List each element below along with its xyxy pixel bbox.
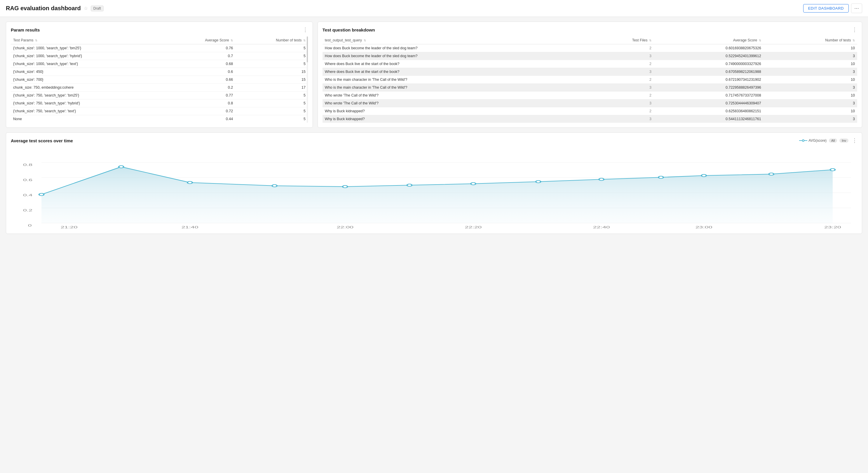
breakdown-cell-avg: 0.6016938820675326 [654, 44, 764, 52]
param-cell-params: {'chunk_size': 750, 'search_type': 'text… [11, 107, 166, 115]
chart-area: 0 0.2 0.4 0.6 0.8 21:20 21:40 22:00 22:2… [11, 147, 857, 229]
y-label-02: 0.2 [23, 208, 32, 212]
param-cell-avg: 0.72 [166, 107, 236, 115]
param-results-table: Test Params ⇅ Average Score ⇅ Number of … [11, 36, 308, 123]
top-row: Param results ⋮ Test Params ⇅ Average Sc… [6, 22, 862, 128]
param-row-8: {'chunk_size': 750, 'search_type': 'text… [11, 107, 308, 115]
breakdown-cell-num: 10 [764, 107, 857, 115]
page-title: RAG evaluation dashboard [6, 5, 81, 12]
param-table-scrollbar[interactable] [307, 36, 308, 123]
param-cell-avg: 0.66 [166, 76, 236, 84]
test-breakdown-table: test_output_test_query ⇅ Test Files ⇅ Av… [322, 36, 857, 123]
param-row-6: {'chunk_size': 750, 'search_type': 'bm25… [11, 92, 308, 99]
breakdown-cell-query: Why is Buck kidnapped? [322, 115, 588, 123]
breakdown-cell-avg: 0.7490000003327926 [654, 60, 764, 68]
legend-avg-label: AVG(score) [808, 138, 827, 143]
test-question-breakdown-panel: Test question breakdown ⋮ test_output_te… [317, 22, 862, 128]
chart-point-0 [39, 193, 44, 196]
legend-avg-score: AVG(score) [799, 138, 827, 143]
breakdown-cell-num: 10 [764, 92, 857, 99]
param-results-menu-icon[interactable]: ⋮ [303, 27, 308, 33]
param-cell-params: {'chunk_size': 1000, 'search_type': 'bm2… [11, 44, 166, 52]
breakdown-cell-avg: 0.7253044446309407 [654, 99, 764, 107]
param-cell-params: {'chunk_size': 750, 'search_type': 'bm25… [11, 92, 166, 99]
param-cell-params: {'chunk_size': 450} [11, 68, 166, 76]
edit-dashboard-button[interactable]: EDIT DASHBOARD [803, 4, 849, 12]
col-test-files: Test Files ⇅ [588, 36, 654, 44]
breakdown-cell-avg: 0.6258336480862151 [654, 107, 764, 115]
chart-point-4 [343, 185, 348, 188]
breakdown-cell-files: 3 [588, 52, 654, 60]
param-row-0: {'chunk_size': 1000, 'search_type': 'bm2… [11, 44, 308, 52]
chart-point-11 [769, 173, 774, 175]
breakdown-row-7: Who wrote 'The Call of the Wild'? 3 0.72… [322, 99, 857, 107]
chart-point-1 [119, 166, 124, 168]
param-results-header: Param results ⋮ [11, 27, 308, 33]
test-breakdown-body: How does Buck become the leader of the s… [322, 44, 857, 123]
param-cell-params: chunk_size: 750, embeddings:cohere [11, 84, 166, 92]
col-breakdown-avg-score: Average Score ⇅ [654, 36, 764, 44]
y-label-06: 0.6 [23, 178, 32, 182]
breakdown-cell-files: 3 [588, 84, 654, 92]
breakdown-cell-num: 3 [764, 52, 857, 60]
more-options-button[interactable]: ⋯ [851, 3, 862, 13]
test-breakdown-header-row: test_output_test_query ⇅ Test Files ⇅ Av… [322, 36, 857, 44]
test-breakdown-menu-icon[interactable]: ⋮ [852, 27, 857, 33]
chart-point-3 [272, 184, 277, 187]
chart-menu-icon[interactable]: ⋮ [852, 137, 857, 144]
x-label-2140: 21:40 [182, 226, 198, 229]
chart-point-10 [701, 174, 706, 177]
legend-line-svg [799, 139, 807, 142]
chart-panel: Average test scores over time AVG(score)… [6, 132, 862, 234]
sort-icon-breakdown-avg[interactable]: ⇅ [759, 39, 761, 42]
chart-point-6 [471, 182, 476, 185]
breakdown-cell-num: 3 [764, 68, 857, 76]
col-query: test_output_test_query ⇅ [322, 36, 588, 44]
breakdown-row-2: Where does Buck live at the start of the… [322, 60, 857, 68]
test-breakdown-title: Test question breakdown [322, 27, 375, 32]
breakdown-cell-num: 10 [764, 44, 857, 52]
param-cell-avg: 0.68 [166, 60, 236, 68]
chart-header-right: AVG(score) All Inv ⋮ [799, 137, 857, 144]
x-label-2120: 21:20 [61, 226, 78, 229]
breakdown-cell-avg: 0.5441113246811761 [654, 115, 764, 123]
param-row-2: {'chunk_size': 1000, 'search_type': 'tex… [11, 60, 308, 68]
breakdown-cell-num: 3 [764, 115, 857, 123]
breakdown-row-4: Who is the main character in 'The Call o… [322, 76, 857, 84]
legend-all-badge[interactable]: All [829, 138, 837, 143]
breakdown-cell-num: 3 [764, 99, 857, 107]
chart-point-5 [407, 184, 412, 187]
breakdown-cell-query: Who is the main character in 'The Call o… [322, 84, 588, 92]
param-cell-avg: 0.8 [166, 99, 236, 107]
chart-header: Average test scores over time AVG(score)… [11, 137, 857, 144]
x-label-2240: 22:40 [593, 226, 610, 229]
sort-icon-num[interactable]: ⇅ [303, 39, 306, 42]
sort-icon-query[interactable]: ⇅ [364, 39, 366, 42]
param-cell-num: 5 [235, 52, 308, 60]
param-cell-avg: 0.44 [166, 115, 236, 123]
param-cell-params: None [11, 115, 166, 123]
breakdown-cell-files: 2 [588, 92, 654, 99]
sort-icon-avg[interactable]: ⇅ [230, 39, 233, 42]
legend-inv-badge[interactable]: Inv [839, 138, 848, 143]
param-cell-num: 5 [235, 44, 308, 52]
x-label-2220: 22:20 [465, 226, 482, 229]
breakdown-cell-query: How does Buck become the leader of the s… [322, 44, 588, 52]
param-row-9: None 0.44 5 [11, 115, 308, 123]
sort-icon-params[interactable]: ⇅ [35, 39, 37, 42]
star-icon[interactable]: ☆ [84, 5, 88, 11]
breakdown-cell-query: How does Buck become the leader of the s… [322, 52, 588, 60]
breakdown-cell-avg: 0.7229588826497396 [654, 84, 764, 92]
param-cell-params: {'chunk_size': 750, 'search_type': 'hybr… [11, 99, 166, 107]
x-label-2320: 23:20 [824, 226, 841, 229]
param-table-scrollbar-thumb [307, 36, 308, 62]
param-cell-avg: 0.2 [166, 84, 236, 92]
breakdown-row-1: How does Buck become the leader of the s… [322, 52, 857, 60]
sort-icon-files[interactable]: ⇅ [649, 39, 651, 42]
breakdown-cell-files: 3 [588, 68, 654, 76]
breakdown-cell-files: 2 [588, 107, 654, 115]
param-cell-params: {'chunk_size': 700} [11, 76, 166, 84]
sort-icon-breakdown-num[interactable]: ⇅ [852, 39, 855, 42]
param-cell-num: 5 [235, 115, 308, 123]
col-avg-score: Average Score ⇅ [166, 36, 236, 44]
